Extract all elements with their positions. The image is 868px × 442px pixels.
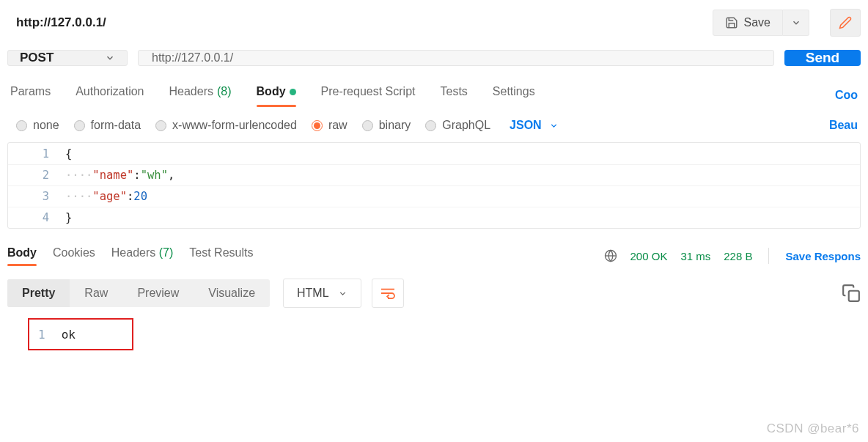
watermark: CSDN @bear*6 [767,421,859,436]
code-line: 4} [8,207,860,228]
save-dropdown-button[interactable] [783,10,809,36]
radio-binary[interactable]: binary [362,119,411,132]
code-content: ····"age":20 [65,190,147,203]
radio-icon [425,120,436,131]
response-toolbar: Pretty Raw Preview Visualize HTML [0,271,868,308]
beautify-link[interactable]: Beau [829,119,858,132]
radio-icon [16,120,27,131]
tab-body-label: Body [257,85,286,98]
response-tab-headers[interactable]: Headers (7) [111,246,174,265]
response-tab-headers-label: Headers [111,246,155,259]
chevron-down-icon [791,18,801,28]
url-value: http://127.0.0.1/ [152,51,233,65]
line-number: 3 [43,190,49,203]
response-format-select[interactable]: HTML [283,279,361,308]
radio-icon [74,120,85,131]
radio-icon [362,120,373,131]
response-format-value: HTML [297,287,329,300]
code-line: 3····"age":20 [8,185,860,207]
tab-prerequest[interactable]: Pre-request Script [321,85,416,106]
top-actions: Save [713,9,861,37]
raw-format-select[interactable]: JSON [510,119,559,132]
code-line: 1{ [8,143,860,164]
code-content: } [65,211,72,224]
request-tabs: Params Authorization Headers (8) Body Pr… [0,79,868,106]
save-icon [725,16,738,29]
response-line: 1 ok [28,318,133,350]
response-status: 200 OK 31 ms 228 B Save Respons [604,248,861,264]
response-size: 228 B [724,250,752,262]
code-line: 2····"name":"wh", [8,164,860,185]
url-input[interactable]: http://127.0.0.1/ [138,50,774,66]
tab-headers-count: (8) [217,85,232,98]
tab-title-bar: http://127.0.0.1/ Save [0,0,868,50]
response-tab-body[interactable]: Body [7,246,37,265]
radio-graphql[interactable]: GraphQL [425,119,490,132]
radio-formdata[interactable]: form-data [74,119,141,132]
code-content: { [65,147,72,161]
response-tab-headers-count: (7) [159,246,174,259]
globe-icon[interactable] [604,249,617,262]
response-tab-tests[interactable]: Test Results [189,246,253,265]
pencil-icon [839,16,852,29]
save-label: Save [744,16,770,29]
request-body-editor[interactable]: 1{2····"name":"wh",3····"age":204} [7,142,861,229]
edit-button[interactable] [830,9,861,37]
save-button-group: Save [713,10,809,36]
save-response-link[interactable]: Save Respons [785,250,861,262]
http-method-value: POST [20,51,54,65]
dot-indicator-icon [290,89,296,95]
tab-tests[interactable]: Tests [441,85,468,106]
chevron-down-icon [105,53,115,63]
view-tab-visualize[interactable]: Visualize [194,279,270,307]
raw-format-value: JSON [510,119,542,132]
tab-settings[interactable]: Settings [493,85,535,106]
status-code: 200 OK [630,250,668,262]
radio-urlencoded[interactable]: x-www-form-urlencoded [155,119,297,132]
line-number: 4 [43,211,49,224]
tab-authorization[interactable]: Authorization [76,85,144,106]
request-title: http://127.0.0.1/ [16,15,106,30]
radio-icon [312,120,323,131]
response-tab-cookies[interactable]: Cookies [53,246,95,265]
view-tab-raw[interactable]: Raw [70,279,122,307]
divider [768,248,769,264]
send-button[interactable]: Send [784,50,861,66]
tab-headers[interactable]: Headers (8) [169,85,232,106]
wrap-icon [380,287,396,300]
tab-params[interactable]: Params [10,85,51,106]
view-tab-pretty[interactable]: Pretty [7,279,70,307]
svg-rect-3 [849,291,859,301]
radio-icon [155,120,166,131]
response-tabs: Body Cookies Headers (7) Test Results 20… [0,229,868,271]
tab-body[interactable]: Body [257,85,296,106]
tab-headers-label: Headers [169,85,213,98]
chevron-down-icon [338,289,347,298]
response-text: ok [62,328,76,342]
body-type-row: none form-data x-www-form-urlencoded raw… [0,106,868,142]
code-content: ····"name":"wh", [65,169,174,182]
http-method-select[interactable]: POST [7,50,128,66]
wrap-lines-button[interactable] [372,279,404,308]
response-view-tabs: Pretty Raw Preview Visualize [7,279,270,307]
radio-raw[interactable]: raw [312,119,347,132]
line-number: 1 [38,328,45,342]
cookies-link[interactable]: Coo [835,89,858,102]
response-body: 1 ok [28,318,861,350]
radio-none[interactable]: none [16,119,59,132]
response-time: 31 ms [680,250,710,262]
view-tab-preview[interactable]: Preview [122,279,194,307]
line-number: 1 [43,147,49,161]
save-button[interactable]: Save [713,10,783,36]
request-row: POST http://127.0.0.1/ Send [0,50,868,79]
copy-icon[interactable] [842,284,861,303]
line-number: 2 [43,169,49,182]
chevron-down-icon [549,121,559,130]
